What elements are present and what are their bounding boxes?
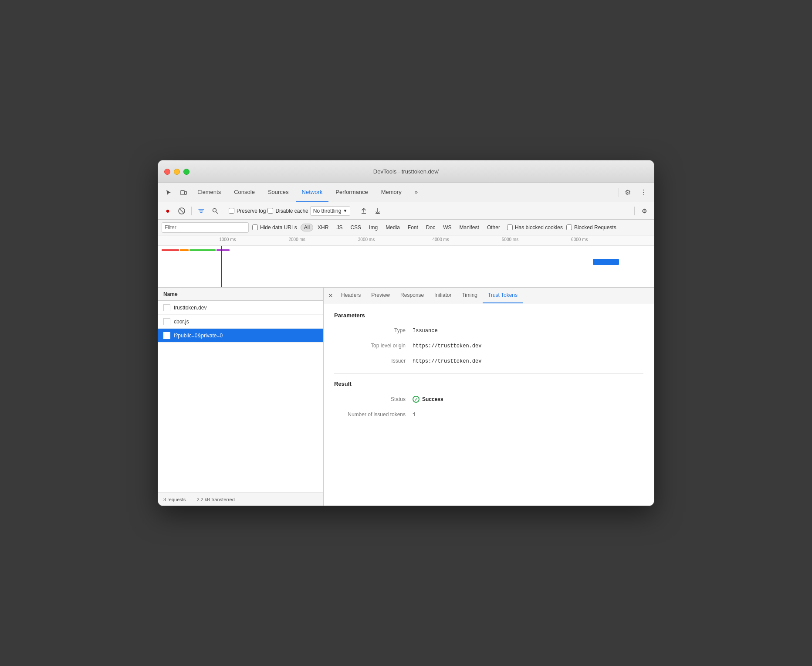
preserve-log-checkbox[interactable] <box>229 208 234 214</box>
filter-btn-all[interactable]: All <box>301 224 313 231</box>
tab-console[interactable]: Console <box>228 183 261 202</box>
blocked-requests-label[interactable]: Blocked Requests <box>566 224 616 231</box>
disable-cache-checkbox[interactable] <box>267 208 273 214</box>
param-value-issuer: https://trusttoken.dev <box>413 358 481 364</box>
blocked-requests-checkbox[interactable] <box>566 224 572 230</box>
footer-requests: 3 requests <box>163 497 186 502</box>
device-icon-btn[interactable] <box>176 186 190 200</box>
filter-btn-xhr[interactable]: XHR <box>314 224 332 231</box>
devtools-tab-bar: Elements Console Sources Network Perform… <box>158 183 654 202</box>
tab-performance[interactable]: Performance <box>329 183 374 202</box>
file-icon-trusttoken <box>163 304 170 311</box>
svg-line-5 <box>216 212 218 214</box>
disable-cache-label[interactable]: Disable cache <box>267 208 308 214</box>
upload-button[interactable] <box>358 205 370 217</box>
network-item-i-public[interactable]: i?public=0&private=0 <box>158 329 323 343</box>
network-list-header: Name <box>158 288 323 301</box>
tab-memory[interactable]: Memory <box>375 183 408 202</box>
record-button[interactable]: ● <box>162 205 174 217</box>
network-item-trusttoken[interactable]: trusttoken.dev <box>158 301 323 315</box>
detail-tab-initiator[interactable]: Initiator <box>429 288 457 303</box>
has-blocked-cookies-label[interactable]: Has blocked cookies <box>507 224 563 231</box>
tab-network[interactable]: Network <box>296 183 329 202</box>
download-button[interactable] <box>372 205 384 217</box>
network-item-cbor[interactable]: cbor.js <box>158 315 323 329</box>
detail-tab-response[interactable]: Response <box>395 288 429 303</box>
tab-bar-right: ⚙ ⋮ <box>619 186 650 200</box>
filter-btn-manifest[interactable]: Manifest <box>456 224 483 231</box>
success-icon: ✓ <box>413 396 420 403</box>
settings-icon-btn[interactable]: ⚙ <box>621 186 635 200</box>
search-icon <box>212 208 218 214</box>
detail-tab-preview[interactable]: Preview <box>366 288 395 303</box>
cursor-icon <box>165 189 172 196</box>
separator-1 <box>191 207 192 215</box>
has-blocked-cookies-checkbox[interactable] <box>507 224 513 230</box>
param-label-status: Status <box>334 396 413 402</box>
tab-sources[interactable]: Sources <box>262 183 295 202</box>
close-button[interactable] <box>164 169 170 175</box>
filter-btn-other[interactable]: Other <box>484 224 504 231</box>
detail-tab-headers[interactable]: Headers <box>336 288 366 303</box>
filter-button[interactable] <box>195 205 207 217</box>
filter-btn-js[interactable]: JS <box>333 224 346 231</box>
hide-data-urls-label[interactable]: Hide data URLs <box>252 224 297 231</box>
detail-tab-timing[interactable]: Timing <box>457 288 483 303</box>
param-row-top-level-origin: Top level origin https://trusttoken.dev <box>334 343 643 349</box>
timeline-red-line <box>221 246 222 287</box>
filter-bar: Hide data URLs All XHR JS CSS Img Media … <box>158 220 654 235</box>
filter-btn-ws[interactable]: WS <box>440 224 455 231</box>
tab-elements[interactable]: Elements <box>191 183 227 202</box>
network-list-items[interactable]: trusttoken.dev cbor.js i?public=0&privat… <box>158 301 323 493</box>
detail-panel: ✕ Headers Preview Response Initiator Tim… <box>324 288 654 506</box>
separator-3 <box>354 207 354 215</box>
hide-data-urls-checkbox[interactable] <box>252 224 258 230</box>
preserve-log-label[interactable]: Preserve log <box>229 208 266 214</box>
param-value-tokens: 1 <box>413 412 416 418</box>
throttle-select[interactable]: No throttling ▼ <box>310 206 351 216</box>
param-label-tokens: Number of issued tokens <box>334 411 413 418</box>
separator-2 <box>225 207 225 215</box>
svg-rect-0 <box>181 190 184 195</box>
overflow-icon-btn[interactable]: ⋮ <box>636 186 650 200</box>
clear-button[interactable] <box>176 205 188 217</box>
separator-4 <box>634 207 635 215</box>
tab-more[interactable]: » <box>409 183 424 202</box>
detail-tab-trust-tokens[interactable]: Trust Tokens <box>483 288 523 303</box>
search-button[interactable] <box>209 205 221 217</box>
filter-btn-font[interactable]: Font <box>404 224 422 231</box>
svg-line-3 <box>180 209 183 213</box>
traffic-lights <box>164 169 189 175</box>
filter-btn-css[interactable]: CSS <box>347 224 365 231</box>
upload-icon <box>361 208 367 214</box>
minimize-button[interactable] <box>174 169 180 175</box>
param-value-type: Issuance <box>413 328 438 334</box>
main-content: Name trusttoken.dev cbor.js i?public=0&p… <box>158 288 654 506</box>
clear-icon <box>178 207 185 214</box>
filter-btn-doc[interactable]: Doc <box>423 224 439 231</box>
bar-purple <box>217 249 230 251</box>
filter-icon <box>198 207 205 214</box>
param-label-top-level-origin: Top level origin <box>334 343 413 349</box>
maximize-button[interactable] <box>183 169 189 175</box>
filter-btn-media[interactable]: Media <box>382 224 403 231</box>
file-icon-i-public <box>163 332 170 339</box>
filter-input[interactable] <box>165 224 246 231</box>
footer-transferred: 2.2 kB transferred <box>196 497 234 502</box>
devtools-window: DevTools - trusttoken.dev/ Elements Cons… <box>158 160 654 506</box>
network-settings-btn[interactable]: ⚙ <box>638 205 650 217</box>
network-list: Name trusttoken.dev cbor.js i?public=0&p… <box>158 288 324 506</box>
cursor-icon-btn[interactable] <box>162 186 176 200</box>
titlebar: DevTools - trusttoken.dev/ <box>158 160 654 183</box>
filter-btn-img[interactable]: Img <box>365 224 381 231</box>
timeline-area[interactable]: 1000 ms 2000 ms 3000 ms 4000 ms 5000 ms … <box>158 235 654 288</box>
result-title: Result <box>334 381 643 387</box>
network-toolbar: ● Preserve log Disable cache <box>158 202 654 220</box>
detail-close-button[interactable]: ✕ <box>325 290 336 301</box>
tick-1000ms: 1000 ms <box>219 237 236 242</box>
param-row-type: Type Issuance <box>334 327 643 334</box>
filter-type-buttons: All XHR JS CSS Img Media Font Doc WS Man… <box>301 224 504 231</box>
file-icon-cbor <box>163 318 170 325</box>
chevron-down-icon: ▼ <box>343 208 347 213</box>
timeline-request-bars <box>162 249 230 251</box>
